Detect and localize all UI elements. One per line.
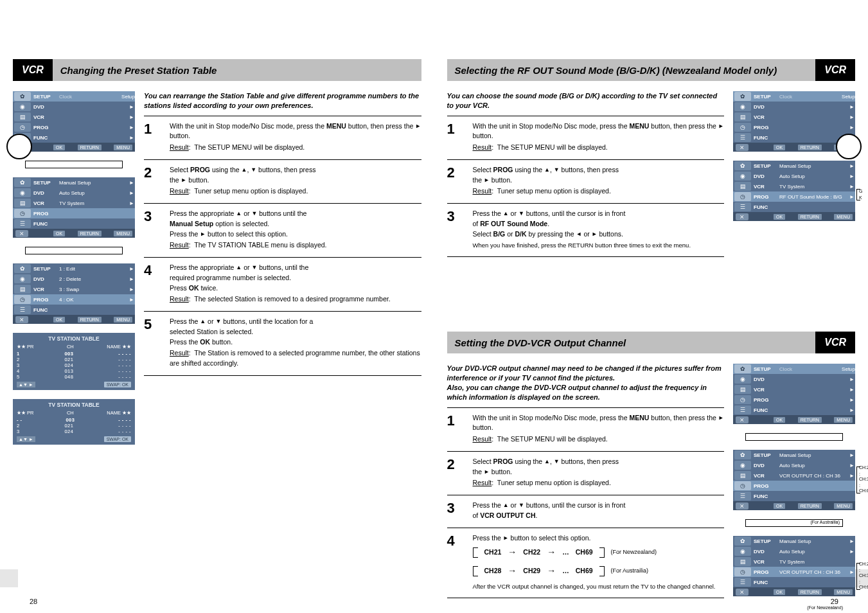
osd-r2-nz: ✿SETUPManual Setup► ◉DVDAuto Setup► ▤VCR…	[733, 536, 855, 596]
nz-note5: CH:69	[859, 585, 868, 590]
clock-icon: ◷	[734, 567, 751, 576]
gutter-tab-left	[0, 569, 18, 587]
r2-step1: 1 With the unit in Stop mode/No Disc mod…	[447, 407, 725, 451]
tape-icon: ▤	[734, 112, 751, 121]
osd-r2-nz-wrap: ✿SETUPManual Setup► ◉DVDAuto Setup► ▤VCR…	[733, 536, 855, 596]
up-icon	[241, 164, 247, 175]
osd-r1-prog-wrap: ✿SETUPManual Setup► ◉DVDAuto Setup► ▤VCR…	[733, 161, 855, 221]
right-icon	[592, 229, 598, 239]
nz-label-box: (For Newzealand)	[745, 605, 843, 610]
clock-icon: ◷	[734, 192, 751, 201]
tv-station-table-1: TV STATION TABLE ★★ PRCHNAME ★★ 1003- - …	[13, 333, 135, 390]
channel-flow-au: CH28 CH29 … CH69 (For Austrailia)	[473, 562, 725, 580]
right-icon	[503, 533, 509, 543]
down-icon	[518, 500, 524, 510]
exit-icon: ⨯	[15, 230, 28, 237]
func-icon: ☰	[734, 133, 751, 142]
tape-icon: ▤	[14, 112, 31, 121]
exit-icon: ⨯	[736, 144, 748, 151]
down-icon	[215, 316, 221, 326]
disc-icon: ◉	[734, 547, 751, 556]
tape-icon: ▤	[734, 557, 751, 566]
func-icon: ☰	[14, 219, 31, 228]
func-icon: ☰	[734, 202, 751, 211]
down-icon	[251, 208, 257, 218]
right-heading1: Selecting the RF OUT Sound Mode (B/G-D/K…	[447, 59, 816, 81]
right-icon	[484, 466, 490, 477]
clock-icon: ◷	[734, 123, 751, 132]
osd-r2-setup: ✿SETUPClockSetup ◉DVD► ▤VCR► ◷PROG► ☰FUN…	[733, 364, 855, 424]
up-icon	[544, 456, 550, 466]
left-body: You can rearrange the Station Table and …	[144, 91, 421, 445]
right-page: 29 VCR Selecting the RF OUT Sound Mode (…	[434, 0, 869, 613]
tape-icon: ▤	[734, 385, 751, 394]
au-note3: CH:38	[859, 477, 868, 482]
down-icon	[251, 164, 256, 175]
exit-icon: ⨯	[736, 213, 748, 220]
disc-icon: ◉	[14, 188, 31, 197]
right-heading1-bar: VCR Selecting the RF OUT Sound Mode (B/G…	[447, 59, 856, 81]
right-section2: Your DVD-VCR output channel may need to …	[447, 364, 856, 610]
right-heading2-bar: VCR Setting the DVD-VCR Output Channel	[447, 332, 856, 353]
r1-step1: 1 With the unit in Stop mode/No Disc mod…	[447, 116, 725, 159]
osd-setup-3: ✿SETUP1 : Edit► ◉DVD2 : Delete► ▤VCR3 : …	[13, 263, 135, 324]
tape-icon: ▤	[734, 182, 751, 191]
r1-step3: 3 Press the or buttons, until the cursor…	[447, 203, 725, 257]
right-icon	[181, 175, 187, 185]
up-icon	[544, 164, 550, 175]
gear-icon: ✿	[734, 161, 751, 170]
left-icon	[576, 229, 582, 239]
clock-icon: ◷	[734, 481, 751, 490]
left-page: 28 VCR Changing the Preset Station Table…	[0, 0, 434, 613]
right-icon	[415, 121, 421, 131]
disc-icon: ◉	[734, 461, 751, 470]
arrow-right-icon	[547, 564, 556, 578]
nz-note1: CH:21	[859, 562, 868, 567]
exit-icon: ⨯	[736, 502, 748, 510]
down-icon	[554, 164, 560, 175]
up-icon	[236, 262, 242, 272]
up-icon	[503, 500, 509, 510]
disc-icon: ◉	[734, 102, 751, 111]
arrow-right-icon	[508, 564, 517, 578]
gear-icon: ✿	[14, 178, 31, 187]
up-icon	[236, 208, 242, 218]
exit-icon: ⨯	[736, 416, 748, 423]
gear-icon: ✿	[14, 92, 31, 101]
arrow-box-2	[25, 247, 123, 254]
left-heading: Changing the Preset Station Table	[53, 59, 421, 81]
right-icon	[200, 229, 206, 239]
vcr-badge-r1: VCR	[815, 59, 855, 81]
left-columns: ✿SETUPClockSetup ◉DVD► ▤VCR► ◷PROG► ☰FUN…	[13, 91, 421, 445]
step-3: 3 Press the appropriate or buttons until…	[144, 203, 421, 257]
vcr-badge-left: VCR	[13, 59, 53, 81]
page-number-left: 28	[30, 598, 37, 605]
gear-icon: ✿	[734, 537, 751, 546]
vcr-badge-r2: VCR	[815, 332, 855, 353]
down-icon	[251, 262, 257, 272]
r2-step4: 4 Press the button to select this option…	[447, 528, 725, 599]
gear-icon: ✿	[734, 364, 751, 373]
right-osd-col2: ✿SETUPClockSetup ◉DVD► ▤VCR► ◷PROG► ☰FUN…	[733, 364, 855, 610]
tv-station-table-2: TV STATION TABLE ★★ PRCHNAME ★★ - -003- …	[13, 399, 135, 445]
right-icon	[718, 121, 724, 131]
clock-icon: ◷	[734, 395, 751, 404]
exit-icon: ⨯	[736, 589, 748, 596]
channel-flow-nz: CH21 CH22 … CH69 (For Newzealand)	[473, 543, 725, 562]
disc-icon: ◉	[14, 274, 31, 283]
right-intro1: You can choose the sound mode (B/G or D/…	[447, 91, 725, 111]
r2-step3: 3 Press the or buttons, until the cursor…	[447, 495, 725, 528]
osd-r2-au-wrap: ✿SETUPManual Setup► ◉DVDAuto Setup► ▤VCR…	[733, 450, 855, 510]
arrow-right-icon	[547, 546, 556, 559]
up-icon	[503, 208, 509, 218]
func-icon: ☰	[734, 492, 751, 501]
right-body1: You can choose the sound mode (B/G or D/…	[447, 91, 725, 257]
tape-icon: ▤	[734, 471, 751, 480]
up-icon	[200, 316, 206, 326]
func-icon: ☰	[734, 578, 751, 587]
step-1: 1 With the unit in Stop mode/No Disc mod…	[144, 116, 421, 159]
disc-icon: ◉	[734, 375, 751, 384]
down-icon	[554, 456, 560, 466]
clock-icon: ◷	[14, 209, 31, 218]
right-icon	[484, 175, 490, 185]
